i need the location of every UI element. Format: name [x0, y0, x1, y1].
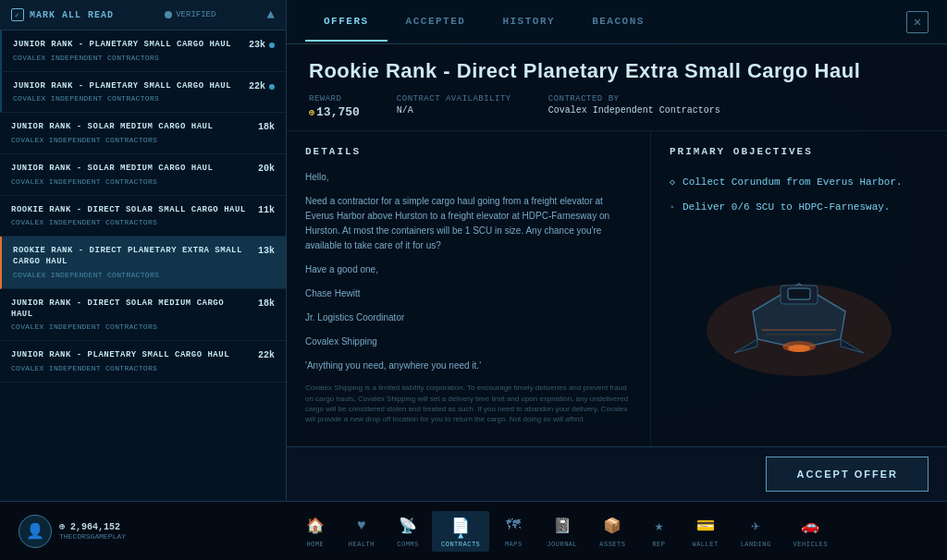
nav-wallet-icon: 💳	[695, 515, 717, 537]
nav-rep-icon: ★	[647, 515, 670, 537]
bottom-nav-item-home[interactable]: 🏠 HOME	[295, 511, 336, 552]
bottom-nav-item-journal[interactable]: 📓 JOURNAL	[537, 511, 586, 552]
tab-history[interactable]: HISTORY	[484, 3, 573, 42]
objectives-section-title: PRIMARY OBJECTIVES	[670, 146, 929, 157]
objective-item-1: ◦ Deliver 0/6 SCU to HDPC-Farnesway.	[670, 195, 929, 219]
reward-value: ⊕13,750	[309, 105, 360, 119]
nav-comms-label: COMMS	[397, 541, 419, 548]
contract-item-reward: 20k	[258, 164, 275, 174]
contract-info: JUNIOR RANK - SOLAR MEDIUM CARGO HAUL CO…	[11, 164, 251, 186]
contract-header: Rookie Rank - Direct Planetary Extra Sma…	[287, 44, 947, 131]
contract-item-company: COVALEX INDEPENDENT CONTRACTORS	[11, 177, 251, 186]
expand-button[interactable]: ▲	[267, 7, 275, 22]
contract-item-company: COVALEX INDEPENDENT CONTRACTORS	[11, 218, 251, 226]
availability-meta: Contract Availability N/A	[397, 94, 511, 119]
contract-list-item[interactable]: ROOKIE RANK - DIRECT SOLAR SMALL CARGO H…	[0, 196, 286, 237]
tab-beacons[interactable]: BEACONS	[573, 3, 663, 42]
nav-health-label: HEALTH	[349, 541, 375, 548]
mark-all-read-button[interactable]: ✓ MARK ALL READ	[11, 8, 114, 21]
contract-item-reward: 22k	[249, 81, 265, 91]
sig4: 'Anything you need, anywhere you need it…	[305, 359, 632, 373]
nav-rep-label: REP	[652, 541, 665, 548]
nav-assets-icon: 📦	[601, 515, 623, 537]
nav-journal-label: JOURNAL	[547, 541, 577, 548]
objective-diamond-icon: ◇	[670, 177, 675, 189]
contract-item-title: JUNIOR RANK - DIRECT SOLAR MEDIUM CARGO …	[11, 298, 251, 320]
bottom-nav-item-wallet[interactable]: 💳 WALLET	[683, 511, 727, 552]
contract-item-company: COVALEX INDEPENDENT CONTRACTORS	[11, 364, 251, 372]
ship-image-area	[670, 237, 929, 385]
sig3: Covalex Shipping	[305, 335, 632, 349]
top-area: ✓ MARK ALL READ VERIFIED ▲ JUNIOR RANK -…	[0, 0, 947, 501]
contract-item-company: COVALEX INDEPENDENT CONTRACTORS	[13, 94, 241, 103]
reward-label: Reward	[309, 94, 360, 103]
contract-list-item[interactable]: ROOKIE RANK - DIRECT PLANETARY EXTRA SMA…	[0, 237, 286, 288]
nav-maps-label: MAPS	[505, 541, 523, 548]
contract-list-item[interactable]: JUNIOR RANK - SOLAR MEDIUM CARGO HAUL CO…	[0, 113, 286, 154]
contract-item-reward: 22k	[258, 350, 275, 360]
checkmark-icon: ✓	[11, 8, 24, 21]
contracted-by-value: Covalex Independent Contractors	[548, 105, 720, 116]
bottom-nav-item-health[interactable]: ♥ HEALTH	[339, 511, 384, 552]
verified-dot-icon	[165, 11, 172, 18]
close-button[interactable]: ✕	[906, 11, 929, 33]
body1: Need a contractor for a simple cargo hau…	[305, 194, 632, 253]
contract-list-item[interactable]: JUNIOR RANK - PLANETARY SMALL CARGO HAUL…	[0, 30, 286, 72]
nav-wallet-label: WALLET	[692, 541, 718, 548]
objective-text-1: Deliver 0/6 SCU to HDPC-Farnesway.	[683, 201, 890, 213]
contract-info: JUNIOR RANK - SOLAR MEDIUM CARGO HAUL CO…	[11, 122, 251, 144]
greeting: Hello,	[305, 170, 632, 185]
detail-left: DETAILS Hello, Need a contractor for a s…	[287, 131, 651, 446]
content-area: DETAILS Hello, Need a contractor for a s…	[287, 131, 947, 446]
tab-accepted[interactable]: ACCEPTED	[387, 3, 485, 42]
bottom-nav: 👤 ⊕ 2,964,152 THECORSGAMEPLAY 🏠 HOME ♥ H…	[0, 501, 947, 560]
contract-item-reward: 18k	[258, 122, 275, 132]
nav-comms-icon: 📡	[397, 515, 419, 537]
contract-item-reward: 13k	[258, 246, 275, 256]
contract-list: JUNIOR RANK - PLANETARY SMALL CARGO HAUL…	[0, 30, 286, 501]
contract-item-title: ROOKIE RANK - DIRECT PLANETARY EXTRA SMA…	[13, 246, 251, 267]
bottom-nav-item-vehicles[interactable]: 🚗 VEHICLES	[784, 511, 838, 552]
bottom-nav-item-contracts[interactable]: 📄 CONTRACTS	[432, 511, 489, 552]
nav-landing-icon: ✈	[744, 515, 767, 537]
reward-meta: Reward ⊕13,750	[309, 94, 360, 119]
contract-list-item[interactable]: JUNIOR RANK - DIRECT SOLAR MEDIUM CARGO …	[0, 289, 286, 341]
bottom-nav-item-comms[interactable]: 📡 COMMS	[387, 511, 428, 552]
player-name: THECORSGAMEPLAY	[59, 532, 126, 541]
detail-text: Hello, Need a contractor for a simple ca…	[305, 170, 632, 373]
contract-meta: Reward ⊕13,750 Contract Availability N/A…	[309, 94, 925, 119]
left-panel: ✓ MARK ALL READ VERIFIED ▲ JUNIOR RANK -…	[0, 0, 287, 501]
contracted-by-label: Contracted By	[548, 94, 720, 103]
player-info: ⊕ 2,964,152 THECORSGAMEPLAY	[59, 521, 126, 541]
bottom-nav-item-landing[interactable]: ✈ LANDING	[732, 511, 781, 552]
sig2: Jr. Logistics Coordinator	[305, 310, 632, 325]
objective-list: ◇ Collect Corundum from Everus Harbor. ◦…	[670, 170, 929, 219]
tab-offers[interactable]: OFFERS	[305, 3, 387, 42]
contract-list-item[interactable]: JUNIOR RANK - PLANETARY SMALL CARGO HAUL…	[0, 341, 286, 383]
bottom-nav-item-maps[interactable]: 🗺 MAPS	[493, 511, 534, 552]
bottom-nav-item-assets[interactable]: 📦 ASSETS	[590, 511, 634, 552]
objective-item-0: ◇ Collect Corundum from Everus Harbor.	[670, 170, 929, 194]
accept-offer-button[interactable]: ACCEPT OFFER	[766, 457, 929, 492]
sig1: Chase Hewitt	[305, 286, 632, 301]
unread-indicator	[269, 43, 275, 48]
contract-info: JUNIOR RANK - DIRECT SOLAR MEDIUM CARGO …	[11, 298, 251, 331]
nav-health-icon: ♥	[351, 515, 373, 537]
contract-list-item[interactable]: JUNIOR RANK - PLANETARY SMALL CARGO HAUL…	[0, 72, 286, 114]
contract-list-item[interactable]: JUNIOR RANK - SOLAR MEDIUM CARGO HAUL CO…	[0, 154, 286, 196]
contract-info: JUNIOR RANK - PLANETARY SMALL CARGO HAUL…	[13, 81, 241, 103]
bottom-nav-item-rep[interactable]: ★ REP	[638, 511, 679, 552]
nav-vehicles-icon: 🚗	[799, 515, 821, 537]
contract-item-reward: 23k	[249, 40, 265, 50]
contract-item-company: COVALEX INDEPENDENT CONTRACTORS	[13, 54, 241, 62]
left-header: ✓ MARK ALL READ VERIFIED ▲	[0, 0, 286, 30]
verified-badge: VERIFIED	[165, 10, 215, 19]
auec-icon: ⊕	[309, 108, 314, 118]
contract-item-title: JUNIOR RANK - PLANETARY SMALL CARGO HAUL	[13, 40, 241, 51]
contract-item-reward: 18k	[258, 298, 275, 309]
svg-rect-2	[788, 288, 810, 299]
right-panel: OFFERS ACCEPTED HISTORY BEACONS ✕ Rookie…	[287, 0, 947, 501]
contract-item-title: JUNIOR RANK - PLANETARY SMALL CARGO HAUL	[13, 81, 241, 92]
nav-journal-icon: 📓	[551, 515, 573, 537]
contract-detail: Rookie Rank - Direct Planetary Extra Sma…	[287, 44, 947, 501]
